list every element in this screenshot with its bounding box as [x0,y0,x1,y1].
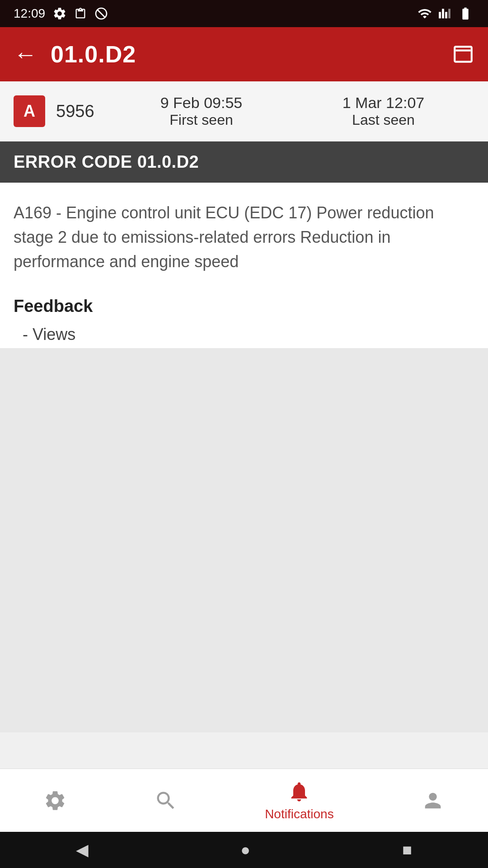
badge-a: A [14,95,45,127]
notifications-nav-label: Notifications [265,807,334,821]
settings-nav-icon [43,789,67,812]
first-seen-label: First seen [110,112,292,128]
battery-icon [456,6,474,21]
last-seen-section: 1 Mar 12:07 Last seen [292,94,474,128]
page-title: 01.0.D2 [51,41,452,68]
bottom-nav: Notifications [0,769,488,832]
feedback-title: Feedback [14,297,474,316]
recents-nav-button[interactable]: ■ [402,840,412,859]
signal-icon [438,6,451,21]
last-seen-label: Last seen [292,112,474,128]
first-seen-value: 9 Feb 09:55 [110,94,292,112]
clipboard-icon [74,6,87,21]
status-bar: 12:09 [0,0,488,27]
back-nav-button[interactable]: ◀ [76,840,89,859]
description-text: A169 - Engine control unit ECU (EDC 17) … [14,201,474,274]
app-bar: ← 01.0.D2 [0,27,488,81]
nav-item-settings[interactable] [43,789,67,812]
error-code-bar: ERROR CODE 01.0.D2 [0,142,488,183]
wifi-icon [417,6,433,21]
code-number: 5956 [56,102,110,121]
settings-icon [52,6,67,21]
android-nav-bar: ◀ ● ■ [0,832,488,868]
search-nav-icon [154,789,178,812]
back-button[interactable]: ← [14,42,37,66]
home-nav-button[interactable]: ● [240,840,250,859]
no-entry-icon [94,6,108,21]
error-code-label: ERROR CODE 01.0.D2 [14,152,199,171]
first-seen-section: 9 Feb 09:55 First seen [110,94,292,128]
info-row: A 5956 9 Feb 09:55 First seen 1 Mar 12:0… [0,81,488,142]
status-left: 12:09 [14,6,108,21]
profile-nav-icon [421,789,445,812]
window-icon[interactable] [452,43,474,66]
gray-spacer [0,348,488,732]
nav-item-search[interactable] [154,789,178,812]
time-display: 12:09 [14,6,45,21]
nav-item-notifications[interactable]: Notifications [265,780,334,821]
last-seen-value: 1 Mar 12:07 [292,94,474,112]
status-right [417,6,474,21]
nav-item-profile[interactable] [421,789,445,812]
bell-nav-icon [287,780,311,803]
views-label: - Views [23,325,474,344]
